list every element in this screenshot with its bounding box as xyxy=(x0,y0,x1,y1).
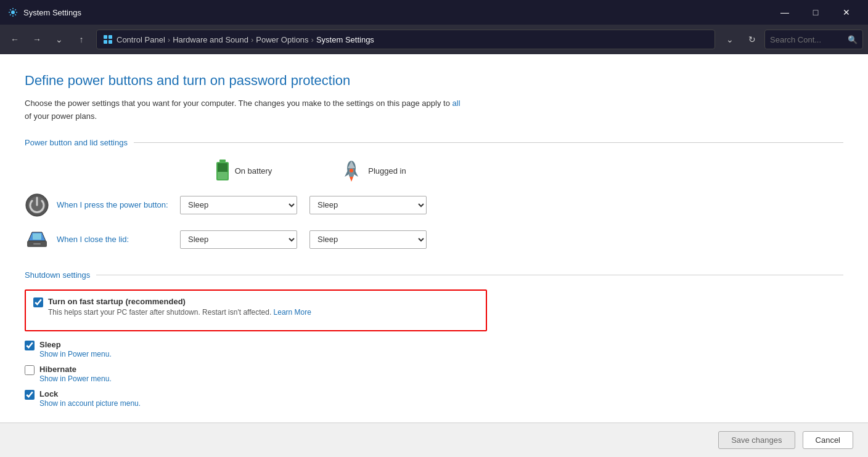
sleep-label: Sleep xyxy=(39,340,112,349)
fast-startup-content: Turn on fast startup (recommended) This … xyxy=(48,297,311,317)
footer: Save changes Cancel xyxy=(0,423,868,457)
hibernate-row: Hibernate Show in Power menu. xyxy=(25,365,487,383)
svg-marker-15 xyxy=(350,177,353,182)
shutdown-section-header: Shutdown settings xyxy=(25,270,843,280)
search-icon: 🔍 xyxy=(848,35,858,44)
shutdown-section-label: Shutdown settings xyxy=(25,270,90,280)
plugged-in-header: Plugged in xyxy=(314,160,432,183)
breadcrumb-hardware-sound[interactable]: Hardware and Sound xyxy=(173,35,248,44)
navbar: ← → ⌄ ↑ Control Panel › Hardware and Sou… xyxy=(0,25,868,54)
svg-rect-4 xyxy=(108,40,112,44)
close-lid-dropdowns: Sleep Do nothing Hibernate Shut down Tur… xyxy=(180,230,427,249)
back-button[interactable]: ← xyxy=(5,30,25,49)
page-title: Define power buttons and turn on passwor… xyxy=(25,73,843,89)
svg-rect-20 xyxy=(33,233,41,240)
minimize-button[interactable]: — xyxy=(771,2,799,22)
power-header-row: On battery Plugged in xyxy=(25,160,487,183)
titlebar: System Settings — □ ✕ xyxy=(0,0,868,25)
on-battery-label: On battery xyxy=(235,166,272,176)
power-button-icon xyxy=(25,193,49,217)
hibernate-label: Hibernate xyxy=(39,365,112,374)
lid-icon xyxy=(25,227,49,252)
on-battery-header: On battery xyxy=(185,160,302,183)
power-section-label: Power button and lid settings xyxy=(25,138,128,147)
lock-checkbox[interactable] xyxy=(25,390,35,400)
svg-point-14 xyxy=(350,169,353,172)
breadcrumb-control-panel[interactable]: Control Panel xyxy=(117,35,165,44)
page-description: Choose the power settings that you want … xyxy=(25,97,469,123)
sleep-desc: Show in Power menu. xyxy=(39,350,112,358)
fast-startup-box: Turn on fast startup (recommended) This … xyxy=(25,289,487,331)
svg-rect-1 xyxy=(104,35,107,39)
lock-desc: Show in account picture menu. xyxy=(39,399,141,408)
shutdown-section-divider xyxy=(96,275,843,275)
power-section-header: Power button and lid settings xyxy=(25,138,843,147)
lock-content: Lock Show in account picture menu. xyxy=(39,389,141,408)
svg-rect-21 xyxy=(33,243,41,245)
svg-rect-5 xyxy=(219,160,226,162)
search-input[interactable] xyxy=(770,35,844,44)
app-icon xyxy=(7,7,18,18)
dropdown-button[interactable]: ⌄ xyxy=(720,30,740,49)
window-title: System Settings xyxy=(23,8,81,17)
lock-row: Lock Show in account picture menu. xyxy=(25,389,487,408)
cancel-button[interactable]: Cancel xyxy=(803,431,853,449)
svg-point-0 xyxy=(11,10,15,14)
learn-more-link[interactable]: Learn More xyxy=(274,308,311,317)
address-bar: Control Panel › Hardware and Sound › Pow… xyxy=(96,30,715,49)
sleep-checkbox[interactable] xyxy=(25,341,35,350)
svg-rect-3 xyxy=(104,40,107,44)
fast-startup-row: Turn on fast startup (recommended) This … xyxy=(33,297,478,317)
close-lid-row: When I close the lid: Sleep Do nothing H… xyxy=(25,227,487,252)
save-button[interactable]: Save changes xyxy=(718,431,795,449)
down-button[interactable]: ⌄ xyxy=(49,30,69,49)
plugged-in-label: Plugged in xyxy=(368,166,406,176)
battery-icon xyxy=(215,160,230,183)
fast-startup-desc: This helps start your PC faster after sh… xyxy=(48,308,311,317)
hibernate-checkbox[interactable] xyxy=(25,365,35,375)
power-button-plugged-dropdown[interactable]: Sleep Do nothing Hibernate Shut down Tur… xyxy=(309,196,427,214)
search-box: 🔍 xyxy=(764,30,863,49)
sleep-content: Sleep Show in Power menu. xyxy=(39,340,112,358)
shutdown-settings: Turn on fast startup (recommended) This … xyxy=(25,289,487,408)
power-button-battery-dropdown[interactable]: Sleep Do nothing Hibernate Shut down Tur… xyxy=(180,196,297,214)
breadcrumb-current: System Settings xyxy=(316,35,374,44)
sleep-row: Sleep Show in Power menu. xyxy=(25,340,487,358)
svg-rect-2 xyxy=(108,35,112,39)
fast-startup-checkbox[interactable] xyxy=(33,297,43,307)
power-button-label: When I press the power button: xyxy=(57,200,180,209)
power-settings-table: On battery Plugged in xyxy=(25,160,487,252)
close-lid-label: When I close the lid: xyxy=(57,235,180,244)
control-panel-icon xyxy=(103,34,113,44)
refresh-button[interactable]: ↻ xyxy=(742,30,762,49)
maximize-button[interactable]: □ xyxy=(801,2,830,22)
power-button-dropdowns: Sleep Do nothing Hibernate Shut down Tur… xyxy=(180,196,427,214)
all-link[interactable]: all xyxy=(452,99,461,108)
fast-startup-label: Turn on fast startup (recommended) xyxy=(48,297,311,306)
close-button[interactable]: ✕ xyxy=(832,2,861,22)
close-lid-battery-dropdown[interactable]: Sleep Do nothing Hibernate Shut down Tur… xyxy=(180,230,297,249)
hibernate-content: Hibernate Show in Power menu. xyxy=(39,365,112,383)
breadcrumb: Control Panel › Hardware and Sound › Pow… xyxy=(117,35,374,44)
close-lid-plugged-dropdown[interactable]: Sleep Do nothing Hibernate Shut down Tur… xyxy=(309,230,427,249)
svg-rect-8 xyxy=(218,172,227,179)
lock-label: Lock xyxy=(39,389,141,398)
power-button-row: When I press the power button: Sleep Do … xyxy=(25,193,487,217)
section-divider xyxy=(134,142,843,143)
breadcrumb-power-options[interactable]: Power Options xyxy=(256,35,308,44)
up-button[interactable]: ↑ xyxy=(72,30,91,49)
main-content: Define power buttons and turn on passwor… xyxy=(0,54,868,423)
forward-button[interactable]: → xyxy=(27,30,47,49)
rocket-icon xyxy=(340,160,363,183)
hibernate-desc: Show in Power menu. xyxy=(39,374,112,383)
